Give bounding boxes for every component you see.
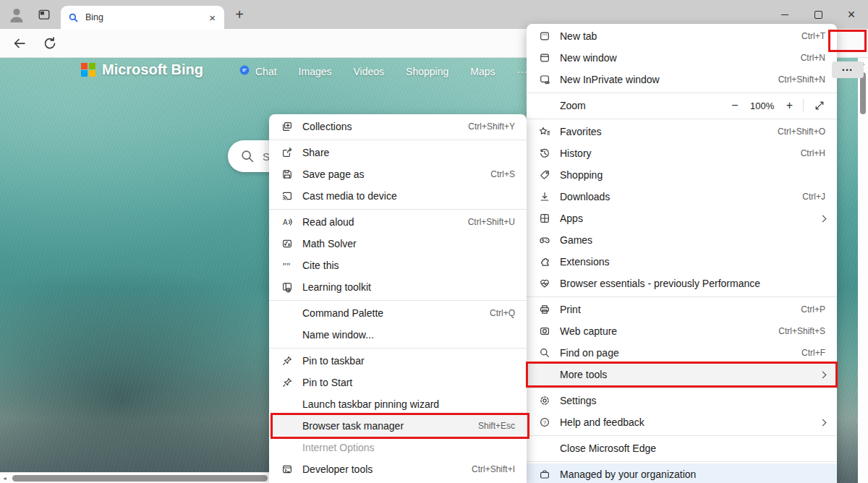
menu-item-new-window[interactable]: New windowCtrl+N	[527, 47, 837, 69]
close-window-button[interactable]: ×	[835, 0, 868, 29]
menu-item-label: Developer tools	[302, 463, 463, 475]
svg-text:””: ””	[283, 261, 291, 271]
shortcut-label: Ctrl+Shift+Y	[468, 121, 515, 132]
menu-item-favorites[interactable]: FavoritesCtrl+Shift+O	[527, 121, 837, 142]
read-aloud-icon: A	[281, 216, 293, 228]
menu-item-label: Read aloud	[302, 216, 459, 228]
menu-item-more-tools[interactable]: More tools	[527, 364, 837, 385]
blank-icon	[281, 329, 293, 341]
menu-item-pin-to-start[interactable]: Pin to Start	[269, 372, 527, 393]
horizontal-scrollbar[interactable]: ◄	[0, 472, 269, 483]
menu-item-close-microsoft-edge[interactable]: Close Microsoft Edge	[527, 437, 837, 459]
bing-nav-chat[interactable]: Chat	[239, 64, 277, 78]
nav-label: Videos	[354, 66, 385, 77]
horizontal-scrollbar-thumb[interactable]	[12, 475, 268, 482]
separator	[803, 99, 804, 112]
menu-item-label: Help and feedback	[560, 416, 812, 428]
menu-item-launch-taskbar-pinning-wizard[interactable]: Launch taskbar pinning wizard	[269, 393, 527, 415]
menu-item-downloads[interactable]: DownloadsCtrl+J	[527, 186, 837, 208]
menu-item-label: Launch taskbar pinning wizard	[302, 398, 515, 410]
menu-item-label: Zoom	[560, 100, 731, 111]
menu-item-developer-tools[interactable]: Developer toolsCtrl+Shift+I	[269, 458, 527, 480]
menu-item-label: More tools	[560, 369, 812, 380]
menu-item-find-on-page[interactable]: Find on pageCtrl+F	[527, 342, 837, 364]
menu-item-browser-task-manager[interactable]: Browser task managerShift+Esc	[269, 415, 527, 437]
maximize-icon	[814, 11, 822, 19]
shortcut-label: Ctrl+F	[801, 348, 825, 358]
zoom-level-value: 100%	[749, 101, 776, 111]
menu-item-shopping[interactable]: Shopping	[527, 164, 837, 186]
menu-item-cite-this[interactable]: ””Cite this	[269, 255, 527, 276]
menu-item-label: Favorites	[560, 126, 769, 137]
new-window-icon	[539, 52, 550, 64]
menu-item-apps[interactable]: Apps	[527, 208, 837, 229]
settings-icon	[539, 395, 550, 406]
menu-item-zoom[interactable]: Zoom−100%+	[527, 95, 837, 116]
menu-item-label: Cast media to device	[302, 190, 515, 202]
menu-item-cast-media-to-device[interactable]: Cast media to device	[269, 185, 527, 207]
cast-icon	[281, 190, 293, 202]
more-tools-submenu: CollectionsCtrl+Shift+YShareSave page as…	[269, 114, 527, 483]
bing-logo[interactable]: Microsoft Bing	[81, 61, 203, 78]
menu-item-label: Shopping	[560, 169, 825, 181]
menu-item-history[interactable]: HistoryCtrl+H	[527, 142, 837, 164]
menu-item-label: Learning toolkit	[302, 281, 515, 293]
workspaces-icon[interactable]	[38, 8, 51, 21]
menu-item-new-tab[interactable]: New tabCtrl+T	[527, 25, 837, 47]
menu-item-command-palette[interactable]: Command PaletteCtrl+Q	[269, 302, 527, 324]
menu-item-pin-to-taskbar[interactable]: Pin to taskbar	[269, 350, 527, 372]
shortcut-label: Ctrl+S	[490, 169, 515, 179]
menu-item-label: Math Solver	[302, 238, 515, 249]
tab-close-icon[interactable]: ×	[208, 12, 217, 24]
fullscreen-icon[interactable]	[814, 100, 825, 111]
menu-item-save-page-as[interactable]: Save page asCtrl+S	[269, 163, 527, 185]
menu-divider	[527, 296, 837, 297]
menu-item-label: Collections	[302, 121, 459, 132]
settings-and-more-button[interactable]: •••	[832, 61, 864, 78]
menu-item-label: Internet Options	[302, 442, 515, 453]
menu-item-settings[interactable]: Settings	[527, 390, 837, 411]
menu-item-learning-toolkit[interactable]: Learning toolkit	[269, 276, 527, 298]
browser-tab-bing[interactable]: Bing ×	[61, 6, 224, 29]
vertical-scrollbar[interactable]: ▲	[858, 58, 868, 483]
shortcut-label: Ctrl+T	[801, 31, 825, 41]
help-icon: ?	[539, 416, 550, 428]
menu-item-web-capture[interactable]: Web captureCtrl+Shift+S	[527, 320, 837, 342]
menu-item-label: Extensions	[560, 256, 825, 268]
bing-nav-images[interactable]: Images	[299, 66, 332, 77]
menu-item-label: Pin to taskbar	[302, 355, 515, 367]
menu-item-share[interactable]: Share	[269, 142, 527, 163]
menu-item-extensions[interactable]: Extensions	[527, 251, 837, 273]
menu-item-math-solver[interactable]: Math Solver	[269, 233, 527, 255]
menu-item-label: Share	[302, 147, 515, 158]
menu-item-managed-by-your-organization[interactable]: Managed by your organization	[527, 463, 837, 483]
menu-item-read-aloud[interactable]: ARead aloudCtrl+Shift+U	[269, 211, 527, 233]
menu-item-collections[interactable]: CollectionsCtrl+Shift+Y	[269, 116, 527, 137]
menu-item-label: Settings	[560, 395, 825, 406]
menu-item-games[interactable]: Games	[527, 229, 837, 251]
menu-item-print[interactable]: PrintCtrl+P	[527, 299, 837, 320]
back-button[interactable]	[12, 36, 27, 51]
bing-nav-shopping[interactable]: Shopping	[406, 66, 448, 77]
menu-divider	[527, 93, 837, 93]
menu-item-browser-essentials-previously-performance[interactable]: Browser essentials - previously Performa…	[527, 273, 837, 294]
bing-nav-videos[interactable]: Videos	[354, 66, 385, 77]
profile-avatar-icon[interactable]	[7, 5, 26, 24]
zoom-in-button[interactable]: +	[786, 99, 793, 112]
menu-item-new-inprivate-window[interactable]: New InPrivate windowCtrl+Shift+N	[527, 69, 837, 90]
shortcut-label: Ctrl+P	[801, 304, 825, 315]
bing-nav-maps[interactable]: Maps	[470, 66, 495, 77]
blank-icon	[281, 307, 293, 319]
reload-button[interactable]	[43, 36, 57, 51]
bing-nav-[interactable]: ···	[516, 66, 527, 77]
new-tab-button[interactable]: +	[230, 5, 249, 24]
menu-item-label: History	[560, 148, 792, 159]
menu-item-name-window[interactable]: Name window...	[269, 324, 527, 346]
vertical-scrollbar-thumb[interactable]	[860, 72, 866, 114]
blank-icon	[281, 420, 293, 432]
menu-item-label: Save page as	[302, 168, 482, 180]
zoom-out-button[interactable]: −	[731, 99, 738, 112]
new-tab-icon	[539, 30, 550, 42]
menu-item-help-and-feedback[interactable]: ?Help and feedback	[527, 411, 837, 433]
scroll-left-icon[interactable]: ◄	[2, 476, 7, 481]
